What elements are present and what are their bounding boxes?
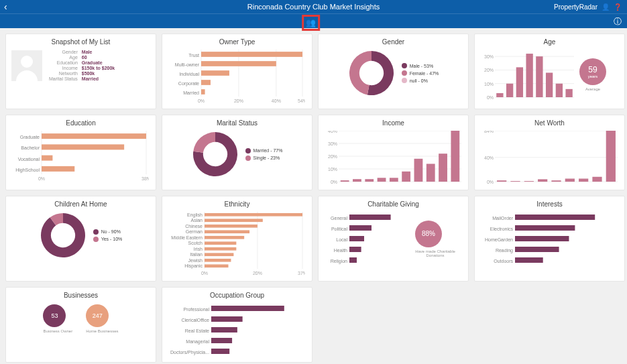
chart-gender bbox=[348, 50, 395, 97]
svg-text:40%: 40% bbox=[272, 99, 281, 103]
svg-text:Political: Political bbox=[331, 227, 348, 231]
card-networth: Net Worth 0%40%84% bbox=[474, 115, 625, 190]
svg-rect-75 bbox=[538, 179, 547, 182]
snapshot-table: GenderMaleAge60EducationGraduateIncome$1… bbox=[49, 50, 115, 81]
svg-text:Vocational: Vocational bbox=[18, 157, 40, 162]
svg-text:30%: 30% bbox=[484, 54, 494, 59]
svg-rect-114 bbox=[349, 247, 361, 252]
svg-rect-112 bbox=[349, 236, 364, 241]
card-age: Age 0%10%20%30% 59 years Average bbox=[474, 34, 625, 109]
card-title: Age bbox=[480, 38, 619, 46]
svg-rect-78 bbox=[579, 178, 588, 182]
svg-text:0%: 0% bbox=[487, 95, 494, 100]
svg-rect-130 bbox=[211, 316, 243, 322]
card-snapshot: Snapshot of My List GenderMaleAge60Educa… bbox=[5, 34, 156, 109]
svg-text:0%: 0% bbox=[201, 271, 208, 276]
people-icon[interactable]: 👥 bbox=[306, 18, 316, 27]
svg-text:10%: 10% bbox=[484, 82, 494, 86]
user-icon[interactable]: 👤 bbox=[602, 3, 610, 11]
svg-rect-102 bbox=[205, 253, 233, 256]
svg-rect-98 bbox=[205, 241, 236, 245]
svg-text:20%: 20% bbox=[328, 154, 337, 159]
chart-owner-type: 0%20%40%54%TrustMulti-ownerIndividualCor… bbox=[168, 50, 305, 103]
card-title: Marital Status bbox=[168, 119, 306, 127]
svg-rect-74 bbox=[524, 181, 534, 182]
svg-rect-17 bbox=[201, 89, 205, 95]
svg-text:German: German bbox=[186, 229, 203, 234]
svg-rect-122 bbox=[515, 236, 569, 241]
card-interests: Interests MailOrderElectronicsHomeGarden… bbox=[474, 196, 625, 282]
svg-rect-79 bbox=[592, 177, 602, 182]
svg-text:Scotch: Scotch bbox=[188, 241, 203, 245]
svg-text:Irish: Irish bbox=[194, 247, 203, 251]
chart-children bbox=[40, 212, 87, 259]
chart-networth: 0%40%84% bbox=[480, 131, 618, 184]
svg-rect-15 bbox=[201, 80, 211, 85]
home-businesses-badge: 247 bbox=[86, 304, 109, 327]
age-badge: 59 years bbox=[579, 58, 606, 85]
help-icon[interactable]: ❓ bbox=[614, 3, 622, 11]
card-title: Interests bbox=[480, 200, 619, 208]
chart-ethnicity: 0%20%37%EnglishAsianChineseGermanMiddle … bbox=[168, 212, 305, 276]
page-title: Rinconada Country Club Market Insights bbox=[247, 3, 380, 11]
svg-text:20%: 20% bbox=[484, 68, 494, 72]
svg-text:37%: 37% bbox=[298, 271, 305, 276]
charitable-badge-label: Have made Charitable Donations bbox=[415, 249, 455, 257]
card-title: Net Worth bbox=[480, 119, 619, 127]
info-icon[interactable]: ⓘ bbox=[614, 16, 622, 27]
svg-text:20%: 20% bbox=[253, 271, 262, 276]
svg-rect-124 bbox=[515, 247, 559, 252]
card-title: Occupation Group bbox=[168, 292, 306, 299]
svg-rect-118 bbox=[515, 215, 595, 220]
chart-education: 0%38%GraduateBachelorVocationalHighSchoo… bbox=[11, 131, 149, 181]
svg-text:Married: Married bbox=[183, 90, 199, 95]
svg-rect-80 bbox=[606, 131, 616, 182]
svg-rect-59 bbox=[378, 178, 386, 182]
card-marital: Marital Status Married - 77%Single - 23% bbox=[162, 115, 312, 190]
svg-text:Middle Eastern: Middle Eastern bbox=[171, 235, 203, 240]
svg-rect-128 bbox=[211, 306, 284, 311]
svg-rect-100 bbox=[205, 247, 236, 251]
svg-rect-108 bbox=[349, 215, 391, 220]
chart-age: 0%10%20%30% bbox=[480, 50, 574, 100]
svg-rect-32 bbox=[556, 84, 563, 97]
svg-rect-120 bbox=[515, 225, 575, 231]
svg-text:40%: 40% bbox=[328, 131, 337, 133]
card-title: Owner Type bbox=[168, 38, 306, 46]
svg-text:Corporate: Corporate bbox=[178, 81, 199, 86]
card-title: Ethnicity bbox=[168, 200, 306, 208]
chart-income: 0%10%20%30%40% bbox=[324, 131, 461, 184]
svg-text:Reading: Reading bbox=[496, 248, 513, 253]
svg-text:Trust: Trust bbox=[188, 53, 199, 58]
svg-text:Bachelor: Bachelor bbox=[21, 145, 40, 150]
svg-text:Jewish: Jewish bbox=[188, 258, 203, 263]
svg-rect-92 bbox=[205, 225, 258, 228]
card-title: Charitable Giving bbox=[324, 200, 463, 208]
charitable-badge: 88% bbox=[415, 221, 442, 247]
svg-rect-94 bbox=[205, 230, 249, 233]
svg-rect-43 bbox=[42, 156, 52, 161]
card-businesses: Businesses 53 Business Owner 247 Home Bu… bbox=[5, 287, 156, 363]
svg-rect-63 bbox=[426, 164, 435, 182]
card-title: Income bbox=[324, 119, 463, 127]
svg-rect-104 bbox=[205, 259, 231, 262]
card-title: Snapshot of My List bbox=[11, 38, 150, 46]
svg-text:0%: 0% bbox=[331, 180, 337, 184]
chart-interests: MailOrderElectronicsHomeGardenReadingOut… bbox=[480, 212, 618, 265]
svg-rect-110 bbox=[349, 225, 372, 231]
svg-rect-33 bbox=[565, 89, 572, 97]
highlighted-toolbar-button: 👥 bbox=[302, 15, 320, 31]
svg-text:General: General bbox=[331, 216, 347, 221]
svg-text:54%: 54% bbox=[298, 99, 305, 103]
svg-rect-9 bbox=[201, 52, 302, 57]
svg-text:Real Estate: Real Estate bbox=[185, 328, 209, 333]
svg-rect-31 bbox=[546, 72, 553, 97]
back-icon[interactable]: ‹ bbox=[4, 1, 7, 12]
avatar-icon bbox=[11, 50, 42, 81]
svg-rect-65 bbox=[451, 131, 459, 182]
svg-rect-106 bbox=[205, 264, 229, 267]
svg-rect-136 bbox=[211, 349, 229, 354]
chart-marital bbox=[192, 131, 239, 178]
svg-text:HomeGarden: HomeGarden bbox=[485, 237, 513, 242]
svg-text:10%: 10% bbox=[328, 167, 337, 172]
